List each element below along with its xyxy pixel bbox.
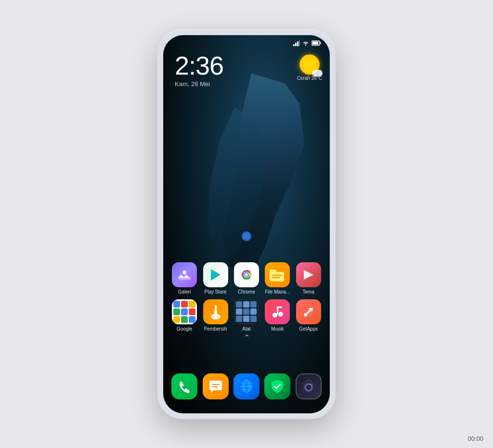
app-label-chrome: Chrome: [233, 289, 260, 294]
wallpaper: [163, 35, 330, 413]
app-row-2: Google Pembersih: [169, 299, 324, 332]
svg-rect-3: [299, 40, 300, 46]
weather-sun-icon: [299, 54, 320, 75]
app-alat[interactable]: Alat: [233, 299, 260, 332]
svg-rect-17: [272, 275, 282, 276]
app-pembersih[interactable]: Pembersih: [202, 299, 230, 332]
app-row-1: Galeri: [169, 262, 324, 294]
svg-rect-16: [270, 269, 276, 274]
app-musik[interactable]: Musik: [263, 299, 291, 332]
dock-security[interactable]: [264, 373, 290, 399]
dock-messages[interactable]: [203, 373, 229, 399]
app-label-galeri: Galeri: [170, 289, 198, 294]
app-label-google: Google: [170, 326, 198, 332]
app-playstore[interactable]: Play Store: [202, 262, 230, 294]
svg-rect-6: [312, 42, 319, 45]
svg-marker-30: [211, 390, 213, 393]
app-label-alat: Alat: [233, 326, 260, 332]
svg-rect-26: [277, 307, 282, 308]
app-label-pembersih: Pembersih: [202, 326, 230, 332]
timestamp: 00:00: [467, 435, 483, 442]
status-icons: [293, 40, 321, 47]
app-galeri[interactable]: Galeri: [170, 262, 198, 294]
phone-screen: 2:36 Kam, 28 Mei Cerah 26°C: [163, 35, 330, 413]
svg-rect-29: [209, 381, 222, 390]
app-chrome[interactable]: Chrome: [233, 262, 260, 294]
app-label-musik: Musik: [263, 326, 291, 332]
svg-point-24: [278, 312, 283, 317]
app-label-playstore: Play Store: [202, 289, 230, 294]
dock-camera[interactable]: [296, 373, 322, 399]
svg-point-23: [272, 313, 277, 318]
svg-rect-5: [320, 42, 321, 44]
svg-point-7: [182, 270, 186, 274]
swipe-indicator: ⌃: [244, 333, 250, 342]
svg-point-14: [245, 273, 248, 276]
battery-icon: [311, 40, 321, 47]
app-label-getapps: GetApps: [295, 326, 323, 332]
svg-rect-18: [272, 277, 280, 278]
svg-rect-22: [214, 311, 217, 314]
dock-phone[interactable]: [171, 373, 197, 399]
app-label-filemanager: File Mana...: [263, 289, 291, 294]
time-display: 2:36: [175, 52, 223, 78]
app-google[interactable]: Google: [170, 299, 198, 332]
dock-browser[interactable]: [234, 373, 259, 399]
signal-icon: [293, 40, 300, 47]
wifi-icon: [302, 41, 309, 47]
svg-rect-31: [212, 384, 220, 385]
svg-rect-32: [212, 386, 218, 387]
svg-rect-2: [297, 41, 298, 46]
page-indicator: [242, 231, 251, 241]
svg-marker-8: [211, 269, 221, 281]
phone-frame: 2:36 Kam, 28 Mei Cerah 26°C: [157, 29, 336, 419]
svg-point-21: [211, 314, 221, 320]
app-label-tema: Tema: [295, 289, 323, 294]
svg-rect-1: [295, 43, 297, 46]
date-display: Kam, 28 Mei: [175, 80, 223, 88]
app-filemanager[interactable]: File Mana...: [263, 262, 291, 294]
app-getapps[interactable]: GetApps: [295, 299, 323, 332]
weather-widget: Cerah 26°C: [297, 54, 322, 81]
dock: [169, 367, 324, 406]
dot: [242, 231, 251, 241]
svg-point-41: [308, 386, 310, 388]
app-tema[interactable]: Tema: [295, 262, 323, 294]
svg-point-42: [311, 383, 312, 384]
app-grid: Galeri: [163, 262, 330, 336]
time-section: 2:36 Kam, 28 Mei: [175, 52, 223, 88]
svg-rect-0: [293, 44, 295, 46]
svg-marker-19: [304, 270, 313, 280]
status-bar: [163, 35, 330, 52]
